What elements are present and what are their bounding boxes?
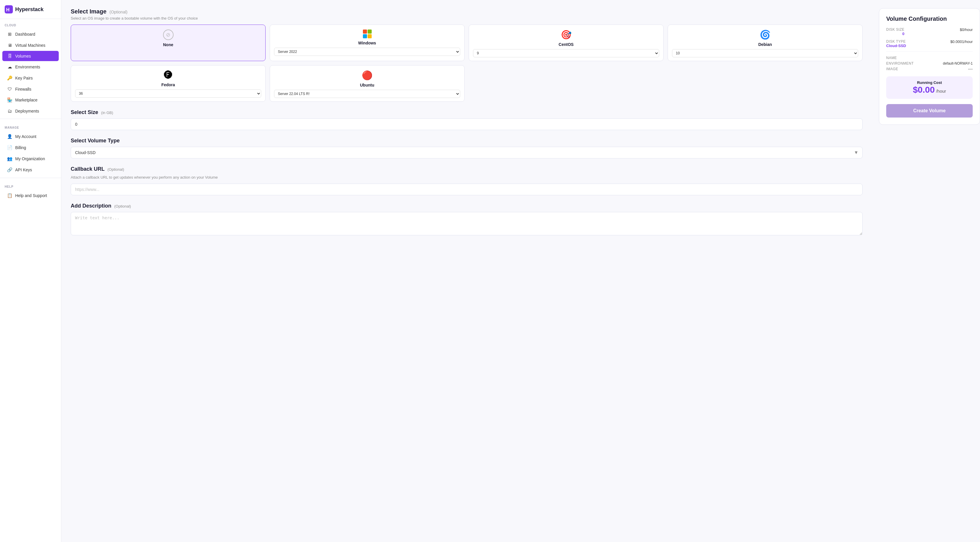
disk-size-row: Disk Size 0 $0/hour [886, 27, 973, 36]
os-name-fedora: Fedora [161, 83, 175, 87]
sidebar-item-api-keys[interactable]: 🔗 API Keys [2, 164, 59, 175]
sidebar-item-deployments[interactable]: 🗂 Deployments [2, 106, 59, 116]
image-grid-empty-1 [469, 65, 663, 102]
add-description-section: Add Description (Optional) [71, 203, 862, 236]
sidebar-item-label: Virtual Machines [15, 43, 45, 48]
sidebar-item-label: Dashboard [15, 32, 35, 37]
image-card-fedora[interactable]: 🅕 Fedora 36 [71, 65, 266, 102]
select-size-unit: (in GB) [101, 110, 113, 115]
fedora-version-select[interactable]: 36 [75, 89, 261, 98]
disk-type-row: Disk Type Cloud-SSD $0.0001/hour [886, 40, 973, 48]
vm-icon: 🖥 [7, 43, 12, 48]
config-card: Volume Configuration Disk Size 0 $0/hour… [879, 8, 980, 125]
deployments-icon: 🗂 [7, 108, 12, 113]
image-card-windows[interactable]: Windows Server 2022 [270, 25, 465, 61]
disk-type-label: Disk Type [886, 40, 906, 43]
os-name-centos: CentOS [558, 42, 574, 47]
help-section-label: HELP [0, 180, 61, 190]
description-textarea[interactable] [71, 212, 862, 235]
sidebar-item-marketplace[interactable]: 🏪 Marketplace [2, 95, 59, 105]
organization-icon: 👥 [7, 156, 12, 161]
sidebar-item-label: My Account [15, 134, 36, 139]
select-image-title: Select Image [71, 8, 107, 14]
sidebar-item-key-pairs[interactable]: 🔑 Key Pairs [2, 73, 59, 83]
sidebar-item-my-organization[interactable]: 👥 My Organization [2, 153, 59, 164]
disk-type-price: $0.0001/hour [950, 40, 973, 44]
callback-url-input[interactable] [71, 183, 862, 195]
environment-value: default-NORWAY-1 [943, 61, 973, 65]
volume-type-select-wrapper: Cloud-SSD ▼ [71, 147, 862, 158]
image-card-ubuntu[interactable]: 🔴 Ubuntu Server 22.04 LTS R! [270, 65, 465, 102]
environment-label: ENVIRONMENT [886, 61, 914, 65]
help-icon: 📋 [7, 193, 12, 198]
fedora-icon: 🅕 [164, 70, 173, 80]
disk-size-price: $0/hour [960, 27, 973, 32]
sidebar-item-help-and-support[interactable]: 📋 Help and Support [2, 190, 59, 201]
volumes-icon: 🗄 [7, 54, 12, 59]
logo-icon: H [5, 5, 13, 13]
sidebar-item-label: My Organization [15, 156, 45, 161]
windows-version-select[interactable]: Server 2022 [274, 48, 460, 56]
select-size-section: Select Size (in GB) [71, 109, 862, 130]
sidebar-item-label: Environments [15, 65, 40, 69]
running-cost-display: $0.00 /hour [891, 85, 967, 95]
environments-icon: ☁ [7, 64, 12, 70]
centos-icon: 🎯 [561, 30, 571, 40]
volume-type-select[interactable]: Cloud-SSD [71, 147, 862, 158]
firewalls-icon: 🛡 [7, 86, 12, 91]
sidebar-item-label: API Keys [15, 167, 32, 172]
disk-type-value: Cloud-SSD [886, 43, 906, 48]
image-value: ---- [968, 67, 973, 71]
ubuntu-version-select[interactable]: Server 22.04 LTS R! [274, 90, 460, 98]
config-title: Volume Configuration [886, 16, 973, 22]
image-card-none[interactable]: ⊘ None [71, 25, 266, 61]
sidebar-item-label: Firewalls [15, 87, 31, 91]
select-image-section: Select Image (Optional) Select an OS ima… [71, 8, 862, 102]
marketplace-icon: 🏪 [7, 97, 12, 103]
image-label: IMAGE [886, 67, 898, 71]
name-row: NAME [886, 56, 973, 60]
select-size-label: Select Size (in GB) [71, 109, 862, 115]
image-grid-row1: ⊘ None Windows Server 2022 🎯 CentOS [71, 25, 862, 61]
create-volume-button[interactable]: Create Volume [886, 104, 973, 118]
sidebar-item-volumes[interactable]: 🗄 Volumes [2, 51, 59, 61]
right-panel: Volume Configuration Disk Size 0 $0/hour… [872, 0, 980, 542]
logo[interactable]: H Hyperstack [0, 0, 61, 19]
select-image-subtitle: Select an OS image to create a bootable … [71, 16, 862, 21]
select-volume-type-section: Select Volume Type Cloud-SSD ▼ [71, 138, 862, 158]
cloud-section-label: CLOUD [0, 19, 61, 29]
size-input[interactable] [71, 118, 862, 130]
debian-version-select[interactable]: 10 [672, 49, 858, 57]
running-cost-box: Running Cost $0.00 /hour [886, 76, 973, 99]
image-row: IMAGE ---- [886, 67, 973, 71]
sidebar-item-billing[interactable]: 📄 Billing [2, 142, 59, 153]
image-grid-empty-2 [668, 65, 862, 102]
windows-icon [363, 30, 372, 38]
add-description-title: Add Description [71, 203, 111, 209]
sidebar-item-my-account[interactable]: 👤 My Account [2, 131, 59, 142]
key-pairs-icon: 🔑 [7, 75, 12, 81]
sidebar-item-label: Help and Support [15, 193, 47, 198]
running-cost-amount: $0.00 [913, 85, 935, 94]
image-card-centos[interactable]: 🎯 CentOS 9 [469, 25, 663, 61]
api-keys-icon: 🔗 [7, 167, 12, 172]
centos-version-select[interactable]: 9 [473, 49, 659, 57]
sidebar-item-firewalls[interactable]: 🛡 Firewalls [2, 84, 59, 94]
main-content: Select Image (Optional) Select an OS ima… [61, 0, 872, 542]
sidebar-item-label: Billing [15, 145, 26, 150]
running-cost-unit: /hour [936, 89, 946, 94]
manage-section-label: MANAGE [0, 121, 61, 131]
running-cost-label: Running Cost [891, 80, 967, 85]
name-label: NAME [886, 56, 897, 60]
callback-url-section: Callback URL (Optional) Attach a callbac… [71, 166, 862, 195]
sidebar-item-environments[interactable]: ☁ Environments [2, 62, 59, 72]
os-name-windows: Windows [358, 41, 376, 45]
sidebar-divider-1 [0, 119, 61, 119]
sidebar-item-dashboard[interactable]: ⊞ Dashboard [2, 29, 59, 40]
os-name-debian: Debian [758, 42, 772, 47]
sidebar-item-virtual-machines[interactable]: 🖥 Virtual Machines [2, 40, 59, 50]
sidebar-item-label: Volumes [15, 54, 31, 59]
my-account-icon: 👤 [7, 134, 12, 139]
select-size-title: Select Size [71, 109, 98, 115]
image-card-debian[interactable]: 🌀 Debian 10 [668, 25, 862, 61]
